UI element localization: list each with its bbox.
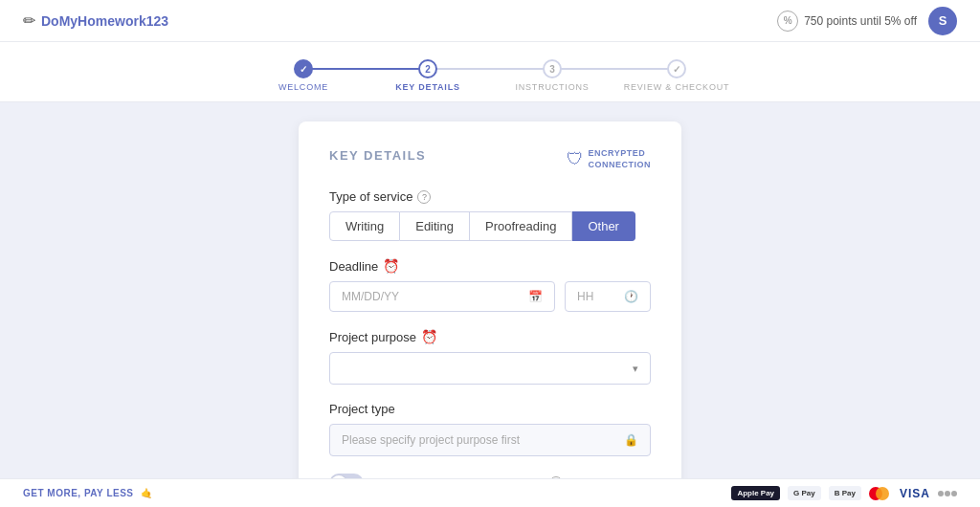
payment-methods: Apple Pay G Pay B Pay VISA [731,486,957,501]
step-4-circle: ✓ [667,59,686,78]
project-purpose-value [342,362,345,375]
step-4-label: REVIEW & CHECKOUT [624,82,730,92]
chevron-down-icon: ▾ [633,363,638,375]
project-type-label: Project type [329,402,651,416]
step-3-circle: 3 [543,59,562,78]
time-input[interactable]: HH 🕐 [565,281,651,312]
project-purpose-section: Project purpose ⏰ ▾ [329,329,651,385]
project-type-placeholder: Please specify project purpose first [342,433,520,447]
form-card: KEY DETAILS 🛡 ENCRYPTEDCONNECTION Type o… [299,121,681,507]
tab-editing[interactable]: Editing [400,211,470,241]
tab-other[interactable]: Other [572,211,635,241]
step-2-circle: 2 [418,59,437,78]
service-tabs: Writing Editing Proofreading Other [329,211,651,241]
time-icon: 🕐 [624,290,638,303]
visa-text: VISA [900,487,930,500]
main-content: KEY DETAILS 🛡 ENCRYPTEDCONNECTION Type o… [0,102,980,507]
type-of-service-section: Type of service ? Writing Editing Proofr… [329,189,651,241]
calendar-icon: 📅 [528,290,543,303]
footer: GET MORE, PAY LESS 🤙 Apple Pay G Pay B P… [0,478,980,507]
deadline-section: Deadline ⏰ MM/DD/YY 📅 HH 🕐 [329,258,651,312]
header: ✏ DoMyHomework123 % 750 points until 5% … [0,0,980,42]
step-1-welcome: ✓ WELCOME [241,59,366,92]
tab-proofreading[interactable]: Proofreading [470,211,572,241]
project-type-input: Please specify project purpose first 🔒 [329,424,651,456]
step-4-review: ✓ REVIEW & CHECKOUT [614,59,739,92]
project-purpose-label: Project purpose ⏰ [329,329,651,344]
lock-icon: 🔒 [624,433,638,447]
logo-text: DoMyHomework123 [41,13,168,29]
deadline-row: MM/DD/YY 📅 HH 🕐 [329,281,651,312]
step-1-circle: ✓ [294,59,313,78]
type-of-service-label: Type of service ? [329,189,651,204]
points-text: 750 points until 5% off [804,14,917,28]
step-2-keydetails: 2 KEY DETAILS [366,59,490,92]
card-header: KEY DETAILS 🛡 ENCRYPTEDCONNECTION [329,148,651,170]
card-title: KEY DETAILS [329,148,426,163]
footer-promo: GET MORE, PAY LESS 🤙 [23,488,152,498]
step-2-label: KEY DETAILS [395,82,459,92]
shield-icon: 🛡 [567,149,584,169]
logo[interactable]: ✏ DoMyHomework123 [23,11,168,30]
project-purpose-dropdown[interactable]: ▾ [329,352,651,385]
stepper: ✓ WELCOME 2 KEY DETAILS 3 INSTRUCTIONS ✓… [0,42,980,102]
step-3-instructions: 3 INSTRUCTIONS [490,59,614,92]
bpay-badge: B Pay [829,486,861,500]
date-input[interactable]: MM/DD/YY 📅 [329,281,555,312]
applepay-badge: Apple Pay [731,486,780,500]
steps-container: ✓ WELCOME 2 KEY DETAILS 3 INSTRUCTIONS ✓… [241,55,739,92]
header-right: % 750 points until 5% off S [777,7,957,35]
step-3-label: INSTRUCTIONS [515,82,589,92]
mastercard-icon [869,486,892,501]
encrypted-badge: 🛡 ENCRYPTEDCONNECTION [567,148,652,170]
deadline-label: Deadline ⏰ [329,258,651,274]
encrypted-text: ENCRYPTEDCONNECTION [589,148,652,170]
step-1-label: WELCOME [278,82,328,92]
pencil-icon: ✏ [23,11,35,30]
project-type-section: Project type Please specify project purp… [329,402,651,456]
hand-icon: 🤙 [141,488,153,498]
other-payment-icon [938,491,957,496]
points-icon: % [777,11,798,32]
avatar[interactable]: S [928,7,957,35]
googlepay-badge: G Pay [788,486,821,500]
clock-icon: ⏰ [383,258,399,274]
type-of-service-info-icon[interactable]: ? [417,190,431,204]
tab-writing[interactable]: Writing [329,211,400,241]
points-badge: % 750 points until 5% off [777,11,917,32]
project-purpose-clock-icon: ⏰ [421,329,437,344]
